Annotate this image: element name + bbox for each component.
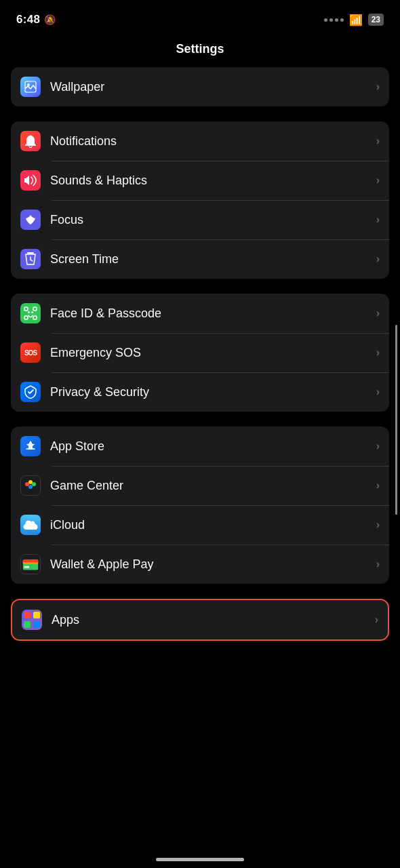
svg-point-11	[28, 480, 33, 484]
wifi-icon: 📶	[349, 14, 363, 26]
wallet-chevron: ›	[376, 558, 380, 570]
gamecenter-icon	[20, 475, 41, 496]
gamecenter-chevron: ›	[376, 479, 380, 492]
settings-group-services: App Store › Game Center ›	[11, 427, 389, 584]
battery-indicator: 23	[368, 14, 384, 26]
wallpaper-label: Wallpaper	[50, 80, 376, 94]
status-bar: 6:48 🔕 📶 23	[0, 0, 400, 35]
scroll-area: Wallpaper › Notifications ›	[0, 67, 400, 641]
svg-rect-5	[24, 316, 28, 319]
svg-rect-2	[27, 252, 34, 254]
apps-label: Apps	[52, 613, 375, 627]
svg-point-10	[25, 482, 29, 486]
wallpaper-icon	[20, 77, 41, 97]
sounds-label: Sounds & Haptics	[50, 174, 376, 188]
wallpaper-chevron: ›	[376, 81, 380, 93]
icloud-chevron: ›	[376, 519, 380, 531]
sounds-chevron: ›	[376, 174, 380, 186]
focus-label: Focus	[50, 213, 376, 227]
status-right: 📶 23	[324, 14, 384, 26]
settings-row-focus[interactable]: Focus ›	[11, 200, 389, 239]
faceid-icon	[20, 303, 41, 323]
sos-label: Emergency SOS	[50, 346, 376, 360]
faceid-chevron: ›	[376, 307, 380, 319]
status-time: 6:48	[16, 13, 40, 26]
settings-row-gamecenter[interactable]: Game Center ›	[11, 466, 389, 505]
settings-row-privacy[interactable]: Privacy & Security ›	[11, 372, 389, 412]
wallet-label: Wallet & Apple Pay	[50, 557, 376, 572]
focus-chevron: ›	[376, 214, 380, 226]
screentime-label: Screen Time	[50, 252, 376, 267]
notifications-chevron: ›	[376, 135, 380, 147]
privacy-label: Privacy & Security	[50, 385, 376, 399]
settings-row-wallpaper[interactable]: Wallpaper ›	[11, 67, 389, 106]
svg-rect-22	[33, 621, 40, 628]
svg-rect-4	[33, 307, 37, 311]
signal-icon	[324, 18, 344, 22]
settings-group-notifications: Notifications › Sounds & Haptics › Foc	[11, 121, 389, 279]
svg-point-8	[31, 311, 33, 313]
svg-rect-19	[24, 612, 31, 618]
sos-chevron: ›	[376, 347, 380, 359]
svg-rect-20	[33, 612, 40, 618]
apps-chevron: ›	[375, 614, 378, 626]
faceid-label: Face ID & Passcode	[50, 307, 376, 321]
bell-slash-icon: 🔕	[44, 14, 56, 25]
appstore-label: App Store	[50, 439, 376, 454]
sounds-icon	[20, 170, 41, 191]
svg-rect-21	[24, 621, 31, 628]
notifications-icon	[20, 131, 41, 151]
svg-rect-6	[33, 316, 37, 319]
icloud-label: iCloud	[50, 518, 376, 532]
icloud-icon	[20, 515, 41, 535]
settings-row-screentime[interactable]: Screen Time ›	[11, 239, 389, 279]
page-header: Settings	[0, 35, 400, 67]
apps-icon	[22, 610, 42, 630]
scrollbar[interactable]	[395, 325, 397, 515]
settings-row-icloud[interactable]: iCloud ›	[11, 505, 389, 545]
gamecenter-label: Game Center	[50, 479, 376, 493]
settings-group-security: Face ID & Passcode › SOS Emergency SOS ›…	[11, 294, 389, 412]
svg-rect-17	[23, 559, 38, 562]
settings-group-apps: Apps ›	[11, 599, 389, 641]
svg-point-13	[28, 485, 33, 489]
home-indicator	[156, 858, 244, 861]
appstore-chevron: ›	[376, 440, 380, 452]
svg-point-12	[32, 482, 36, 486]
sos-icon: SOS	[20, 342, 41, 363]
wallet-icon	[20, 554, 41, 574]
settings-row-sounds[interactable]: Sounds & Haptics ›	[11, 161, 389, 200]
settings-row-faceid[interactable]: Face ID & Passcode ›	[11, 294, 389, 333]
privacy-icon	[20, 382, 41, 402]
settings-group-top: Wallpaper ›	[11, 67, 389, 106]
appstore-icon	[20, 436, 41, 456]
page-title: Settings	[176, 42, 224, 56]
settings-row-apps[interactable]: Apps ›	[12, 600, 388, 639]
settings-row-appstore[interactable]: App Store ›	[11, 427, 389, 466]
focus-icon	[20, 210, 41, 230]
svg-rect-18	[24, 566, 29, 568]
settings-row-sos[interactable]: SOS Emergency SOS ›	[11, 333, 389, 372]
notifications-label: Notifications	[50, 134, 376, 149]
settings-row-wallet[interactable]: Wallet & Apple Pay ›	[11, 545, 389, 584]
svg-point-7	[28, 311, 30, 313]
svg-rect-3	[24, 307, 28, 311]
settings-row-notifications[interactable]: Notifications ›	[11, 121, 389, 161]
privacy-chevron: ›	[376, 386, 380, 398]
screentime-chevron: ›	[376, 253, 380, 265]
screentime-icon	[20, 249, 41, 269]
